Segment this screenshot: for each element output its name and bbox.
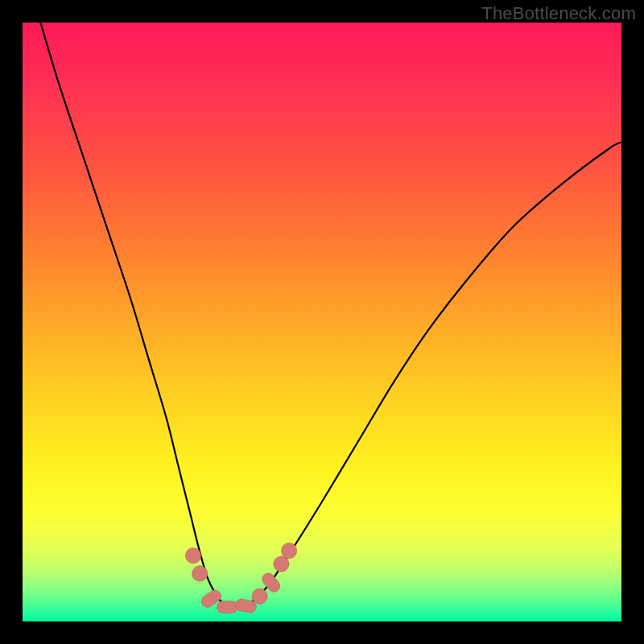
- curve-marker-dot: [252, 588, 267, 604]
- curve-marker-dot: [274, 556, 289, 572]
- curve-marker-pill: [217, 601, 237, 613]
- bottleneck-curve-path: [40, 23, 621, 609]
- curve-markers: [185, 543, 296, 614]
- watermark-text: TheBottleneck.com: [481, 3, 636, 24]
- chart-plot-area: [23, 23, 621, 621]
- bottleneck-curve-svg: [23, 23, 621, 621]
- chart-frame: TheBottleneck.com: [0, 0, 644, 644]
- curve-marker-dot: [281, 543, 296, 559]
- curve-marker-dot: [185, 547, 200, 563]
- curve-marker-dot: [192, 566, 208, 581]
